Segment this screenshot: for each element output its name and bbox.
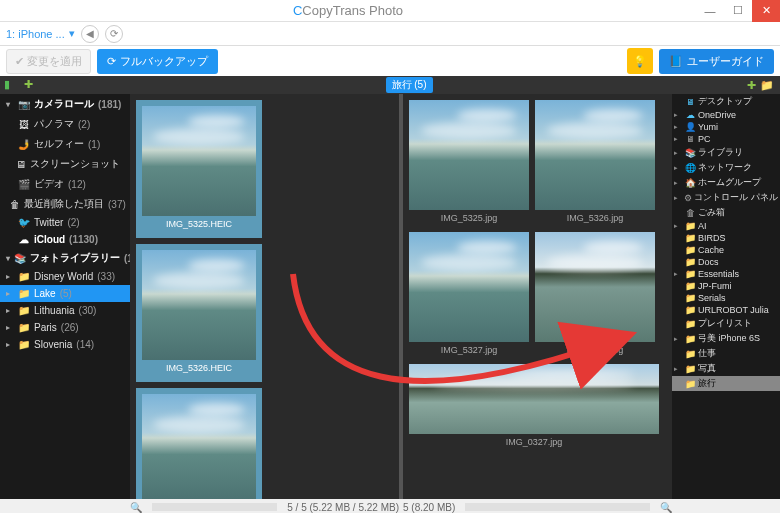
photo-thumb[interactable]: IMG_5325.HEIC	[136, 100, 262, 238]
folder-item[interactable]: 🗑 ごみ箱	[672, 205, 780, 220]
folder-label: ホームグループ	[698, 176, 761, 189]
album-item[interactable]: 🖥 スクリーンショット	[0, 154, 130, 174]
refresh-button[interactable]: ⟳	[105, 25, 123, 43]
sidebar-albums: ▾ 📷 カメラロール (181) 🖼 パノラマ (2) 🤳 セルフィー (1) …	[0, 94, 130, 499]
folder-item[interactable]: 📁 仕事	[672, 346, 780, 361]
album-item[interactable]: 🎬 ビデオ (12)	[0, 174, 130, 194]
thumb-image	[409, 364, 659, 434]
folder-item[interactable]: 📁 Serials	[672, 292, 780, 304]
zoom-in-icon[interactable]: 🔍	[660, 502, 672, 513]
folder-item[interactable]: 🖥 デスクトップ	[672, 94, 780, 109]
folder-item[interactable]: 📁 JP-Fumi	[672, 280, 780, 292]
album-icon: 🎬	[18, 179, 30, 190]
source-panel: IMG_5325.HEIC IMG_5326.HEIC IMG_5327.HEI…	[130, 94, 399, 499]
thumb-image	[142, 250, 256, 360]
minimize-button[interactable]: —	[696, 0, 724, 22]
album-item[interactable]: 🗑 最近削除した項目 (37)	[0, 194, 130, 214]
add-icon[interactable]: ✚	[24, 78, 38, 92]
add-folder-icon[interactable]: ✚	[747, 79, 756, 92]
photo-thumb[interactable]: IMG_5326.HEIC	[136, 244, 262, 382]
thumb-label: IMG_5325.jpg	[409, 210, 529, 226]
album-label: パノラマ	[34, 117, 74, 131]
photo-thumb[interactable]: IMG_5327.HEIC	[136, 388, 262, 499]
folder-label: 仕事	[698, 347, 716, 360]
album-label: Paris	[34, 322, 57, 333]
photo-thumb[interactable]: IMG_5327.jpg	[409, 232, 529, 358]
destination-thumbs[interactable]: IMG_5325.jpg IMG_5326.jpg IMG_5327.jpg I…	[403, 94, 672, 499]
album-count: (1)	[88, 139, 100, 150]
maximize-button[interactable]: ☐	[724, 0, 752, 22]
folder-item[interactable]: ▸ ☁ OneDrive	[672, 109, 780, 121]
user-guide-button[interactable]: 📘 ユーザーガイド	[659, 49, 774, 74]
folder-item[interactable]: ▸ 📁 弓美 iPhone 6S	[672, 331, 780, 346]
folder-item[interactable]: ▸ ⚙ コントロール パネル	[672, 190, 780, 205]
folder-item[interactable]: 📁 Cache	[672, 244, 780, 256]
folder-item[interactable]: ▸ 🌐 ネットワーク	[672, 160, 780, 175]
tip-button[interactable]: 💡	[627, 48, 653, 74]
photo-thumb[interactable]: IMG_0326.jpg	[535, 232, 655, 358]
folder-label: JP-Fumi	[698, 281, 732, 291]
album-icon: 📁	[18, 305, 30, 316]
album-item[interactable]: ▾ 📷 カメラロール (181)	[0, 94, 130, 114]
chevron-icon: ▸	[6, 323, 14, 332]
album-item[interactable]: 🖼 パノラマ (2)	[0, 114, 130, 134]
album-item[interactable]: ▸ 📁 Paris (26)	[0, 319, 130, 336]
album-item[interactable]: ▾ 📚 フォトライブラリー (182)	[0, 248, 130, 268]
album-icon: 📁	[18, 271, 30, 282]
album-item[interactable]: 🐦 Twitter (2)	[0, 214, 130, 231]
album-icon: 📁	[18, 322, 30, 333]
toolbar-actions: ✔ 変更を適用 ⟳ フルバックアップ 💡 📘 ユーザーガイド	[0, 46, 780, 76]
album-item[interactable]: ▸ 📁 Lithuania (30)	[0, 302, 130, 319]
backup-label: フルバックアップ	[120, 54, 208, 69]
full-backup-button[interactable]: ⟳ フルバックアップ	[97, 49, 218, 74]
destination-chip[interactable]: 旅行 (5)	[386, 77, 433, 93]
album-label: Lithuania	[34, 305, 75, 316]
album-item[interactable]: ▸ 📁 Slovenia (14)	[0, 336, 130, 353]
thumb-label: IMG_5325.HEIC	[142, 216, 256, 232]
chevron-icon: ▾	[6, 100, 14, 109]
album-icon: 🗑	[10, 199, 20, 210]
photo-thumb[interactable]: IMG_5326.jpg	[535, 100, 655, 226]
folder-icon: 📁	[684, 379, 696, 389]
folder-icon: 🖥	[684, 134, 696, 144]
album-item[interactable]: ▸ 📁 Lake (5)	[0, 285, 130, 302]
folder-item[interactable]: 📁 Docs	[672, 256, 780, 268]
main-content: ▾ 📷 カメラロール (181) 🖼 パノラマ (2) 🤳 セルフィー (1) …	[0, 94, 780, 499]
back-button[interactable]: ◀	[81, 25, 99, 43]
folder-item[interactable]: ▸ 👤 Yumi	[672, 121, 780, 133]
folder-item[interactable]: ▸ 🖥 PC	[672, 133, 780, 145]
close-button[interactable]: ✕	[752, 0, 780, 22]
album-label: カメラロール	[34, 97, 94, 111]
folder-label: デスクトップ	[698, 95, 752, 108]
zoom-slider-right[interactable]	[465, 503, 650, 511]
folder-item[interactable]: ▸ 📚 ライブラリ	[672, 145, 780, 160]
titlebar: CCopyTrans Photo — ☐ ✕	[0, 0, 780, 22]
tree-arrow-icon: ▸	[674, 123, 682, 131]
folder-item[interactable]: ▸ 📁 AI	[672, 220, 780, 232]
photo-thumb[interactable]: IMG_0327.jpg	[409, 364, 659, 450]
album-item[interactable]: 🤳 セルフィー (1)	[0, 134, 130, 154]
device-dropdown[interactable]: 1: iPhone ... ▾	[6, 27, 75, 40]
folder-label: 旅行	[698, 377, 716, 390]
zoom-slider-left[interactable]	[152, 503, 277, 511]
folder-item[interactable]: ▸ 📁 写真	[672, 361, 780, 376]
folder-item[interactable]: 📁 BIRDS	[672, 232, 780, 244]
folder-item[interactable]: 📁 URLROBOT Julia	[672, 304, 780, 316]
album-icon: ☁	[18, 234, 30, 245]
album-item[interactable]: ☁ iCloud (1130)	[0, 231, 130, 248]
apply-changes-button[interactable]: ✔ 変更を適用	[6, 49, 91, 74]
folder-item[interactable]: ▸ 📁 Essentials	[672, 268, 780, 280]
chevron-icon: ▸	[6, 289, 14, 298]
album-item[interactable]: ▸ 📁 Disney World (33)	[0, 268, 130, 285]
folder-item[interactable]: 📁 旅行	[672, 376, 780, 391]
folder-item[interactable]: ▸ 🏠 ホームグループ	[672, 175, 780, 190]
folder-item[interactable]: 📁 プレイリスト	[672, 316, 780, 331]
zoom-out-icon[interactable]: 🔍	[130, 502, 142, 513]
album-count: (2)	[78, 119, 90, 130]
folder-add-icon[interactable]: 📁	[760, 79, 774, 92]
folder-icon: 📁	[684, 257, 696, 267]
tree-arrow-icon: ▸	[674, 179, 682, 187]
photo-thumb[interactable]: IMG_5325.jpg	[409, 100, 529, 226]
source-thumbs[interactable]: IMG_5325.HEIC IMG_5326.HEIC IMG_5327.HEI…	[130, 94, 399, 499]
album-icon: 🖼	[18, 119, 30, 130]
